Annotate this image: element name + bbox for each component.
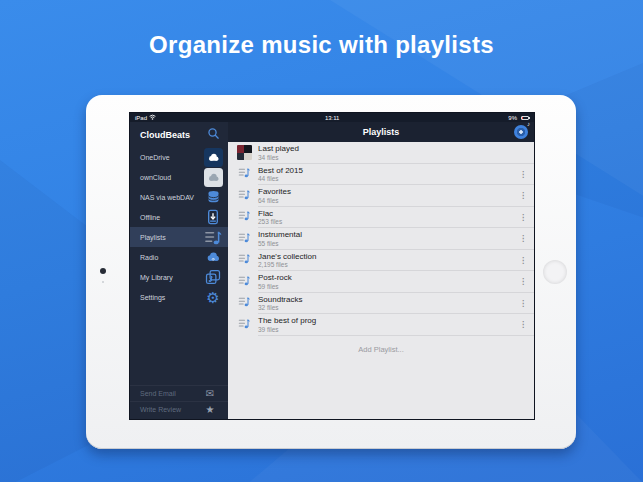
playlist-list: Last played 34 files Best of 2015 44 fil… <box>228 142 534 336</box>
playlist-row-best-of-2015[interactable]: Best of 2015 44 files ⋮ <box>228 164 534 186</box>
radio-cloud-icon <box>203 247 223 267</box>
playlist-file-count: 34 files <box>258 154 534 162</box>
playlist-icon <box>203 227 223 247</box>
playlist-icon <box>238 187 251 205</box>
album-collage-icon <box>237 145 252 160</box>
playlist-icon <box>238 208 251 226</box>
app-title: CloudBeats <box>140 130 190 140</box>
sidebar-item-label: Write Review <box>140 406 181 413</box>
sidebar-item-label: Playlists <box>140 234 166 241</box>
sidebar-item-my-library[interactable]: My Library <box>130 267 228 287</box>
sidebar-footer: Send Email ✉Write Review ★ <box>130 385 228 419</box>
home-button[interactable] <box>543 260 567 284</box>
search-icon[interactable] <box>207 127 220 142</box>
playlist-file-count: 39 files <box>258 326 512 334</box>
app-screen: iPad 13:11 9% <box>130 113 534 419</box>
sidebar-item-radio[interactable]: Radio <box>130 247 228 267</box>
sidebar-item-offline[interactable]: Offline <box>130 207 228 227</box>
playlist-row-instrumental[interactable]: Instrumental 55 files ⋮ <box>228 228 534 250</box>
sidebar-item-label: Radio <box>140 254 158 261</box>
sidebar: CloudBeats OneDrive ownCloud NAS via web… <box>130 122 228 419</box>
playlist-icon <box>238 230 251 248</box>
playlist-title: Soundtracks <box>258 295 512 305</box>
playlist-icon <box>238 316 251 334</box>
playlist-row-last-played[interactable]: Last played 34 files <box>228 142 534 164</box>
sidebar-item-label: NAS via webDAV <box>140 194 194 201</box>
playlist-icon <box>238 273 251 291</box>
sidebar-item-settings[interactable]: Settings ⚙ <box>130 287 228 307</box>
onedrive-cloud-icon <box>203 147 223 167</box>
carrier-label: iPad <box>135 115 147 121</box>
row-menu-button[interactable]: ⋮ <box>512 256 534 265</box>
sidebar-header: CloudBeats <box>130 122 228 147</box>
sidebar-items: OneDrive ownCloud NAS via webDAV Offline… <box>130 147 228 307</box>
playlist-icon <box>238 294 251 312</box>
playlist-file-count: 64 files <box>258 197 512 205</box>
sidebar-item-label: ownCloud <box>140 174 171 181</box>
row-menu-button[interactable]: ⋮ <box>512 299 534 308</box>
library-icon <box>203 267 223 287</box>
battery-icon <box>521 116 529 120</box>
playlist-row-soundtracks[interactable]: Soundtracks 32 files ⋮ <box>228 293 534 315</box>
sidebar-item-owncloud[interactable]: ownCloud <box>130 167 228 187</box>
playlist-file-count: 59 files <box>258 283 512 291</box>
playlist-title: Jane's collection <box>258 252 512 262</box>
row-menu-button[interactable]: ⋮ <box>512 320 534 329</box>
sidebar-item-label: Offline <box>140 214 160 221</box>
playlist-icon <box>238 165 251 183</box>
battery-percent: 9% <box>508 115 517 121</box>
row-menu-button[interactable]: ⋮ <box>512 277 534 286</box>
row-menu-button[interactable]: ⋮ <box>512 213 534 222</box>
playlist-title: Best of 2015 <box>258 166 512 176</box>
row-menu-button[interactable]: ⋮ <box>512 170 534 179</box>
sidebar-item-nas-via-webdav[interactable]: NAS via webDAV <box>130 187 228 207</box>
sidebar-item-write-review[interactable]: Write Review ★ <box>130 401 228 417</box>
sidebar-item-label: OneDrive <box>140 154 170 161</box>
playlist-title: Instrumental <box>258 230 512 240</box>
playlist-row-the-best-of-prog[interactable]: The best of prog 39 files ⋮ <box>228 314 534 336</box>
playlist-file-count: 55 files <box>258 240 512 248</box>
playlist-file-count: 32 files <box>258 304 512 312</box>
music-note-icon: ♪ <box>527 121 530 127</box>
sidebar-item-onedrive[interactable]: OneDrive <box>130 147 228 167</box>
ipad-frame: iPad 13:11 9% <box>86 95 576 449</box>
playlist-row-jane-s-collection[interactable]: Jane's collection 2,195 files ⋮ <box>228 250 534 272</box>
light-sensor-dot <box>102 281 104 283</box>
playlist-file-count: 253 files <box>258 218 512 226</box>
playlist-title: Last played <box>258 144 534 154</box>
sidebar-item-playlists[interactable]: Playlists <box>130 227 228 247</box>
playlist-file-count: 44 files <box>258 175 512 183</box>
playlist-file-count: 2,195 files <box>258 261 512 269</box>
content-pane: Playlists ♪ Last played 34 files Best of… <box>228 122 534 419</box>
playlist-title: Favorites <box>258 187 512 197</box>
sidebar-item-label: My Library <box>140 274 173 281</box>
playlist-title: The best of prog <box>258 316 512 326</box>
app-body: CloudBeats OneDrive ownCloud NAS via web… <box>130 122 534 419</box>
status-bar: iPad 13:11 9% <box>130 113 534 122</box>
now-playing-disc-icon[interactable]: ♪ <box>514 125 528 139</box>
offline-download-icon <box>203 207 223 227</box>
background: Organize music with playlists iPad 13: <box>0 0 643 482</box>
star-icon: ★ <box>200 400 220 420</box>
row-menu-button[interactable]: ⋮ <box>512 191 534 200</box>
sidebar-item-label: Send Email <box>140 390 176 397</box>
gear-icon: ⚙ <box>203 287 223 307</box>
playlist-row-flac[interactable]: Flac 253 files ⋮ <box>228 207 534 229</box>
wifi-icon <box>149 114 156 121</box>
clock: 13:11 <box>325 115 340 121</box>
playlist-row-post-rock[interactable]: Post-rock 59 files ⋮ <box>228 271 534 293</box>
database-icon <box>203 187 223 207</box>
camera-dot <box>100 268 106 274</box>
sidebar-item-label: Settings <box>140 294 165 301</box>
playlist-title: Post-rock <box>258 273 512 283</box>
navbar: Playlists ♪ <box>228 122 534 142</box>
row-menu-button[interactable]: ⋮ <box>512 234 534 243</box>
owncloud-icon <box>203 167 223 187</box>
navbar-title: Playlists <box>363 127 400 137</box>
playlist-icon <box>238 251 251 269</box>
playlist-row-favorites[interactable]: Favorites 64 files ⋮ <box>228 185 534 207</box>
playlist-title: Flac <box>258 209 512 219</box>
add-playlist-button[interactable]: Add Playlist... <box>228 345 534 354</box>
page-title: Organize music with playlists <box>0 31 643 59</box>
